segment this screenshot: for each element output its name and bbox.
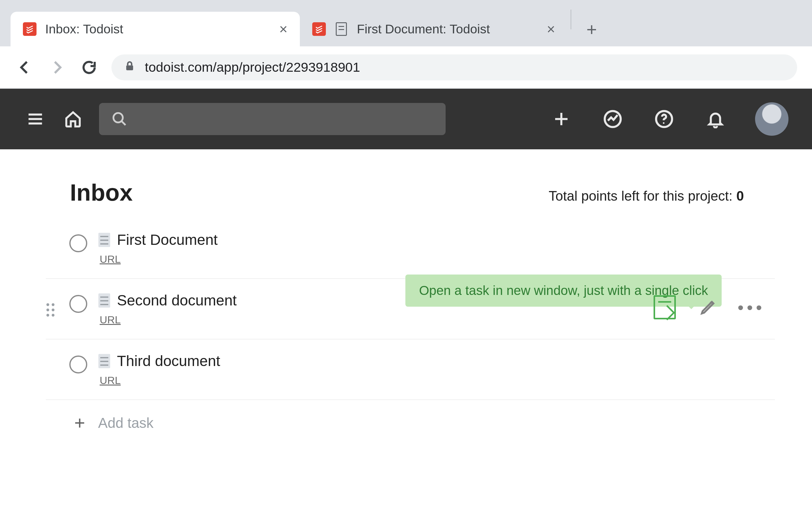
browser-tab-active[interactable]: Inbox: Todoist × [10,12,300,46]
nav-back-button[interactable] [15,57,35,77]
project-header: Inbox Total points left for this project… [0,179,812,218]
svg-rect-0 [126,65,133,70]
task-body: Third document URL [98,352,769,386]
search-input[interactable] [99,103,446,135]
tab-close-icon[interactable]: × [276,22,290,36]
task-list: First Document URL Open a task in new wi… [0,218,812,446]
nav-forward-button[interactable] [47,57,67,77]
main-content: Inbox Total points left for this project… [0,149,812,446]
task-checkbox[interactable] [69,355,87,374]
task-row[interactable]: Second document URL ••• [46,279,775,339]
notifications-icon[interactable] [704,107,727,131]
task-url-label[interactable]: URL [98,374,769,386]
task-more-button[interactable]: ••• [740,296,762,319]
plus-icon: + [74,414,85,432]
task-row[interactable]: First Document URL Open a task in new wi… [46,218,775,279]
document-icon [98,354,110,368]
task-body: First Document URL [98,231,769,265]
task-checkbox[interactable] [69,295,87,313]
app-header [0,89,812,149]
points-value: 0 [737,188,744,204]
add-task-header-icon[interactable] [550,107,573,131]
browser-tab-title: First Document: Todoist [357,22,490,37]
browser-tab-strip: Inbox: Todoist × First Document: Todoist… [0,0,812,46]
task-title: Third document [117,352,220,370]
task-row[interactable]: Third document URL [46,339,775,400]
document-icon [98,233,110,247]
address-bar[interactable]: todoist.com/app/project/2293918901 [111,54,797,80]
drag-handle-icon[interactable] [46,302,59,317]
task-url-label[interactable]: URL [98,253,769,265]
doc-favicon [335,22,348,36]
svg-point-4 [663,122,664,124]
task-title: Second document [117,292,237,309]
menu-icon[interactable] [23,107,47,131]
new-tab-button[interactable]: + [580,18,603,40]
home-icon[interactable] [61,107,85,131]
open-new-window-button[interactable] [654,296,676,319]
add-task-label: Add task [98,414,153,431]
productivity-icon[interactable] [601,107,624,131]
header-right [550,102,789,136]
edit-task-button[interactable] [697,296,719,319]
points-summary: Total points left for this project: 0 [549,188,744,204]
todoist-favicon [312,22,326,36]
todoist-favicon [23,22,37,36]
nav-reload-button[interactable] [79,57,99,77]
tab-separator [571,10,571,30]
lock-icon [124,59,136,75]
task-hover-actions: ••• [654,296,762,319]
avatar[interactable] [755,102,789,136]
tab-close-icon[interactable]: × [544,22,558,36]
url-text: todoist.com/app/project/2293918901 [145,60,360,75]
browser-tab-title: Inbox: Todoist [45,22,123,37]
points-label: Total points left for this project: [549,188,737,204]
document-icon [98,293,110,307]
task-title: First Document [117,231,217,248]
task-checkbox[interactable] [69,234,87,252]
search-icon [108,107,131,131]
help-icon[interactable] [652,107,676,131]
open-new-window-icon [654,295,676,319]
browser-toolbar: todoist.com/app/project/2293918901 [0,46,812,89]
browser-tab-inactive[interactable]: First Document: Todoist × [300,12,567,46]
page-title: Inbox [70,179,133,206]
svg-point-1 [113,113,123,122]
add-task-button[interactable]: + Add task [46,400,775,446]
